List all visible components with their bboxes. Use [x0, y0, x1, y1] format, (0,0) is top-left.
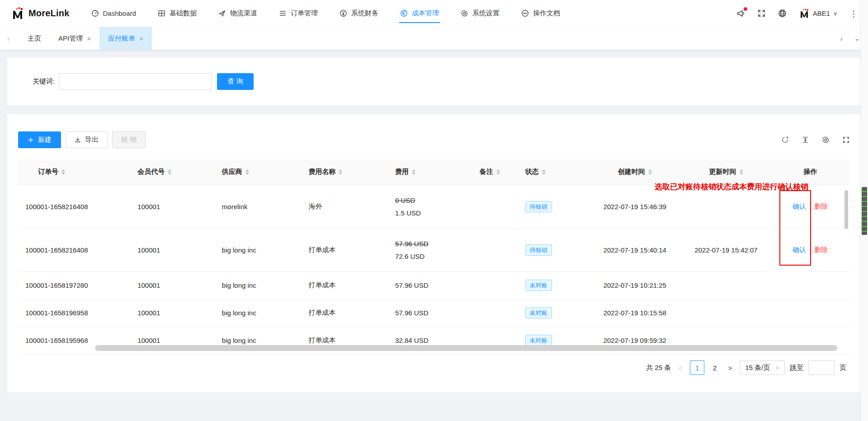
annotation-text: 选取已对账待核销状态成本费用进行确认核销	[655, 182, 808, 192]
sort-desc-caret	[496, 173, 500, 175]
table-tools	[781, 136, 850, 144]
nav-item-基础数据[interactable]: 基础数据	[158, 0, 197, 27]
page-number-1[interactable]: 1	[690, 360, 704, 375]
comment-icon	[521, 9, 529, 17]
cell-updated	[682, 299, 771, 327]
globe-icon[interactable]	[778, 9, 787, 18]
chevron-down-icon: ∨	[833, 10, 837, 17]
rocket-icon	[218, 9, 226, 17]
expand-icon[interactable]	[842, 136, 850, 144]
megaphone-icon[interactable]	[736, 9, 745, 18]
sorter-icon[interactable]	[339, 169, 342, 175]
writeoff-button-label: 核 销	[121, 136, 137, 144]
cell-status: 未对账	[520, 299, 588, 327]
tab-label: 应付账单	[108, 34, 135, 43]
cell-fee_name: 海外	[303, 185, 390, 228]
tab-close-icon[interactable]: ×	[87, 35, 91, 42]
cell-fee_name: 打单成本	[303, 228, 390, 271]
user-name: ABE1	[813, 9, 830, 17]
keyword-input[interactable]	[59, 73, 212, 90]
sorter-icon[interactable]	[648, 169, 652, 175]
column-header-fee_name[interactable]: 费用名称	[303, 159, 390, 185]
nav-item-系统财务[interactable]: 系统财务	[340, 0, 378, 27]
cell-updated	[682, 271, 771, 299]
sort-desc-caret	[245, 173, 249, 175]
column-title: 状态	[525, 168, 539, 176]
select-chevron-icon: ∨	[775, 365, 779, 371]
sorter-icon[interactable]	[412, 169, 415, 175]
pagination: 共 25 条 < 12 > 15 条/页 ∨ 跳至 页	[646, 360, 846, 375]
status-badge: 未对账	[525, 307, 552, 318]
export-button[interactable]: 导出	[66, 131, 108, 148]
tab-close-icon[interactable]: ×	[139, 35, 143, 42]
column-header-created[interactable]: 创建时间	[588, 159, 682, 185]
brand[interactable]: MoreLink	[11, 7, 70, 20]
nav-item-Dashboard[interactable]: Dashboard	[91, 0, 136, 27]
confirm-link[interactable]: 确认	[793, 246, 806, 253]
page-size-select[interactable]: 15 条/页 ∨	[740, 360, 785, 375]
nav-item-操作文档[interactable]: 操作文档	[521, 0, 560, 27]
prev-page-icon[interactable]: <	[676, 364, 685, 372]
sorter-icon[interactable]	[542, 169, 546, 175]
nav-item-label: 系统设置	[472, 9, 500, 18]
column-header-order_no[interactable]: 订单号	[18, 159, 132, 185]
cell-order_no: 100001-1658216408	[18, 228, 132, 271]
tabs-scroll-left-icon[interactable]: ‹	[7, 27, 10, 50]
tab-API管理[interactable]: API管理×	[50, 27, 99, 50]
delete-link[interactable]: 删除	[814, 246, 828, 253]
kebab-menu-icon[interactable]: ⋮	[849, 9, 858, 19]
fee-old-value: 0 USD	[395, 196, 469, 204]
tab-主页[interactable]: 主页	[19, 27, 50, 50]
fullscreen-icon[interactable]	[757, 9, 766, 18]
delete-link[interactable]: 删除	[814, 202, 828, 210]
row-height-icon[interactable]	[802, 136, 809, 144]
tabs-scroll-right-icon[interactable]: ›	[840, 35, 842, 42]
jump-page-input[interactable]	[808, 360, 835, 375]
sorter-icon[interactable]	[496, 169, 500, 175]
column-header-status[interactable]: 状态	[520, 159, 588, 185]
cell-fee: 0 USD1.5 USD	[390, 185, 474, 228]
sorter-icon[interactable]	[740, 169, 743, 175]
nav-item-成本管理[interactable]: 成本管理	[400, 0, 439, 27]
column-header-fee[interactable]: 费用	[390, 159, 474, 185]
status-badge: 未对账	[525, 335, 552, 346]
column-header-remark[interactable]: 备注	[474, 159, 520, 185]
gear-icon	[461, 9, 468, 17]
nav-item-label: Dashboard	[103, 9, 136, 17]
next-page-icon[interactable]: >	[726, 364, 735, 372]
browser-scrollbar-thumb[interactable]	[862, 187, 867, 235]
action-divider: |	[809, 202, 811, 210]
column-header-supplier[interactable]: 供应商	[217, 159, 303, 185]
sorter-icon[interactable]	[245, 169, 249, 175]
brand-name: MoreLink	[28, 8, 70, 19]
table-horizontal-scrollbar[interactable]	[95, 345, 837, 351]
cell-member_code: 100001	[132, 271, 217, 299]
nav-item-订单管理[interactable]: 订单管理	[279, 0, 318, 27]
writeoff-button[interactable]: 核 销	[112, 131, 146, 148]
page-number-2[interactable]: 2	[709, 360, 721, 375]
action-divider: |	[809, 246, 811, 253]
refresh-icon[interactable]	[781, 136, 789, 144]
cell-fee: 57.96 USD	[390, 299, 474, 327]
column-header-updated[interactable]: 更新时间	[682, 159, 771, 185]
sort-desc-caret	[648, 173, 652, 175]
query-button[interactable]: 查 询	[217, 73, 254, 90]
user-menu[interactable]: ABE1 ∨	[799, 8, 837, 19]
tabs-dropdown-icon[interactable]: ⌄	[854, 34, 860, 42]
sort-asc-caret	[648, 169, 652, 172]
nav-item-物流渠道[interactable]: 物流渠道	[218, 0, 257, 27]
top-navigation: MoreLink Dashboard基础数据物流渠道订单管理系统财务成本管理系统…	[0, 0, 868, 27]
nav-item-系统设置[interactable]: 系统设置	[461, 0, 500, 27]
new-button[interactable]: 新建	[18, 131, 61, 148]
browser-scrollbar[interactable]	[860, 0, 868, 421]
sorter-icon[interactable]	[61, 169, 65, 175]
sort-desc-caret	[412, 173, 415, 175]
tab-label: API管理	[58, 34, 83, 43]
table-vertical-scrollbar[interactable]	[844, 190, 848, 229]
sorter-icon[interactable]	[168, 169, 171, 175]
column-header-actions: 操作	[770, 159, 850, 185]
tab-应付账单[interactable]: 应付账单×	[99, 27, 152, 50]
confirm-link[interactable]: 确认	[793, 202, 806, 210]
settings-gear-icon[interactable]	[822, 136, 830, 144]
column-header-member_code[interactable]: 会员代号	[132, 159, 217, 185]
